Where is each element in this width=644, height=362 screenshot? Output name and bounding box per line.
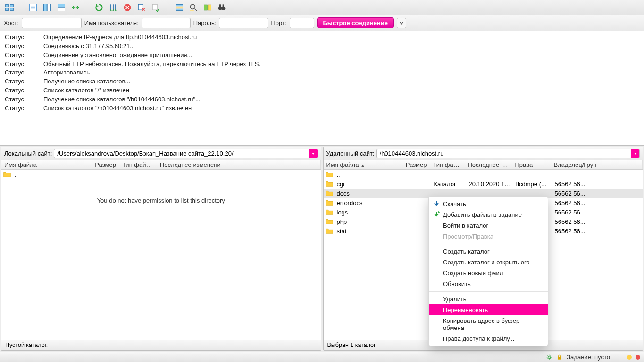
col-owner[interactable]: Владелец/Груп — [551, 160, 643, 169]
col-modified[interactable]: Последнее изменени — [157, 160, 321, 169]
log-row: Статус:Получение списка каталогов... — [5, 77, 639, 86]
col-type[interactable]: Тип файла — [430, 160, 465, 169]
quickconnect-button[interactable]: Быстрое соединение — [317, 17, 394, 28]
ctx-enter-dir[interactable]: Войти в каталог — [429, 220, 548, 231]
col-perms[interactable]: Права — [512, 160, 551, 169]
log-row: Статус:Соединение установлено, ожидание … — [5, 51, 639, 60]
folder-icon — [326, 171, 333, 178]
svg-point-18 — [190, 4, 195, 9]
svg-rect-25 — [219, 4, 221, 7]
ctx-mkdir-enter[interactable]: Создать каталог и открыть его — [429, 257, 548, 268]
remote-pathbar: Удаленный сайт: — [324, 147, 643, 160]
svg-rect-0 — [6, 4, 9, 7]
ctx-mkdir[interactable]: Создать каталог — [429, 246, 548, 257]
user-label: Имя пользователя: — [84, 19, 139, 26]
col-name[interactable]: Имя файла — [1, 160, 91, 169]
user-input[interactable] — [142, 18, 191, 28]
svg-rect-16 — [176, 7, 183, 8]
binoculars-icon[interactable] — [216, 2, 227, 13]
local-pane: Локальный сайт: Имя файла Размер Тип фай… — [1, 147, 321, 351]
sitemanager-icon[interactable] — [4, 2, 15, 13]
gear-icon[interactable] — [546, 354, 552, 361]
pass-input[interactable] — [219, 18, 268, 28]
message-log[interactable]: Статус:Определение IP-адреса для ftp.h01… — [0, 31, 644, 146]
svg-rect-20 — [190, 10, 194, 11]
svg-rect-14 — [152, 4, 157, 10]
svg-rect-15 — [176, 4, 183, 6]
local-path-dropdown[interactable] — [309, 149, 318, 158]
compare-icon[interactable] — [202, 2, 213, 13]
ctx-add-to-queue[interactable]: Добавить файлы в задание — [429, 209, 548, 220]
col-size[interactable]: Размер — [399, 160, 430, 169]
port-input[interactable] — [290, 18, 314, 28]
filter-icon[interactable] — [174, 2, 185, 13]
col-name[interactable]: Имя файла — [324, 160, 399, 169]
table-row[interactable]: .. — [324, 170, 643, 179]
quickconnect-history-dropdown[interactable] — [397, 18, 406, 28]
context-menu: Скачать Добавить файлы в задание Войти в… — [428, 196, 548, 346]
ctx-perms[interactable]: Права доступа к файлу... — [429, 333, 548, 344]
toggle-queue-icon[interactable] — [56, 2, 67, 13]
local-pathbar: Локальный сайт: — [1, 147, 321, 160]
svg-rect-21 — [204, 5, 208, 10]
svg-rect-17 — [176, 9, 183, 10]
local-file-list[interactable]: .. You do not have permission to list th… — [1, 170, 321, 340]
lock-icon[interactable] — [556, 354, 563, 361]
toggle-log-icon[interactable] — [27, 2, 39, 13]
log-row: Статус:Обычный FTP небезопасен. Пожалуйс… — [5, 60, 639, 69]
local-path-input[interactable] — [54, 150, 309, 157]
port-label: Порт: — [271, 19, 286, 26]
svg-point-24 — [221, 6, 225, 10]
svg-rect-9 — [48, 4, 51, 11]
process-queue-icon[interactable] — [108, 2, 119, 13]
ctx-copy-url[interactable]: Копировать адрес в буфер обмена — [429, 315, 548, 333]
remote-path-input[interactable] — [377, 150, 631, 157]
log-row: Статус:Определение IP-адреса для ftp.h01… — [5, 33, 639, 42]
search-icon[interactable] — [188, 2, 199, 13]
col-modified[interactable]: Последнее измен — [465, 160, 512, 169]
ctx-delete[interactable]: Удалить — [429, 294, 548, 304]
folder-icon — [326, 209, 333, 215]
log-row: Статус:Авторизовались — [5, 68, 639, 77]
svg-rect-22 — [208, 5, 211, 10]
host-input[interactable] — [22, 18, 82, 28]
folder-icon — [326, 218, 333, 225]
parent-dir-name: .. — [13, 171, 20, 178]
ctx-rename[interactable]: Переименовать — [429, 304, 548, 315]
ctx-refresh[interactable]: Обновить — [429, 279, 548, 289]
ctx-download[interactable]: Скачать — [429, 198, 548, 209]
ctx-sep — [429, 244, 548, 244]
log-row: Статус:Список каталогов "/h010444603.nic… — [5, 104, 639, 113]
bottom-statusbar: Задание: пусто — [0, 352, 644, 362]
svg-rect-26 — [223, 4, 224, 7]
activity-led-1 — [627, 355, 632, 360]
disconnect-icon[interactable] — [136, 2, 147, 13]
ctx-sep — [429, 291, 548, 292]
remote-path-dropdown[interactable] — [631, 149, 639, 158]
refresh-icon[interactable] — [93, 2, 105, 13]
queue-status: Задание: пусто — [567, 354, 610, 361]
svg-point-27 — [548, 356, 551, 358]
ctx-view-edit: Просмотр/Правка — [429, 231, 548, 242]
host-label: Хост: — [4, 19, 19, 26]
cancel-icon[interactable] — [122, 2, 133, 13]
local-headers[interactable]: Имя файла Размер Тип файла Последнее изм… — [1, 160, 321, 170]
log-row: Статус:Список каталогов "/" извлечен — [5, 86, 639, 95]
pass-label: Пароль: — [193, 19, 217, 26]
main-toolbar — [0, 0, 644, 15]
ctx-newfile[interactable]: Создать новый файл — [429, 268, 548, 279]
sync-browsing-icon[interactable] — [70, 2, 81, 13]
reconnect-icon[interactable] — [150, 2, 161, 13]
toggle-tree-icon[interactable] — [42, 2, 53, 13]
svg-line-19 — [195, 8, 197, 11]
table-row[interactable]: cgiКаталог20.10.2020 1...flcdmpe (...565… — [324, 179, 643, 189]
col-size[interactable]: Размер — [91, 160, 119, 169]
activity-led-2 — [636, 355, 640, 360]
svg-rect-10 — [58, 4, 65, 7]
remote-headers[interactable]: Имя файла Размер Тип файла Последнее изм… — [324, 160, 643, 170]
empty-message: You do not have permission to list this … — [1, 197, 321, 204]
svg-rect-28 — [558, 357, 561, 359]
svg-rect-2 — [6, 8, 9, 10]
parent-dir-row[interactable]: .. — [1, 170, 321, 179]
col-type[interactable]: Тип файла — [119, 160, 157, 169]
